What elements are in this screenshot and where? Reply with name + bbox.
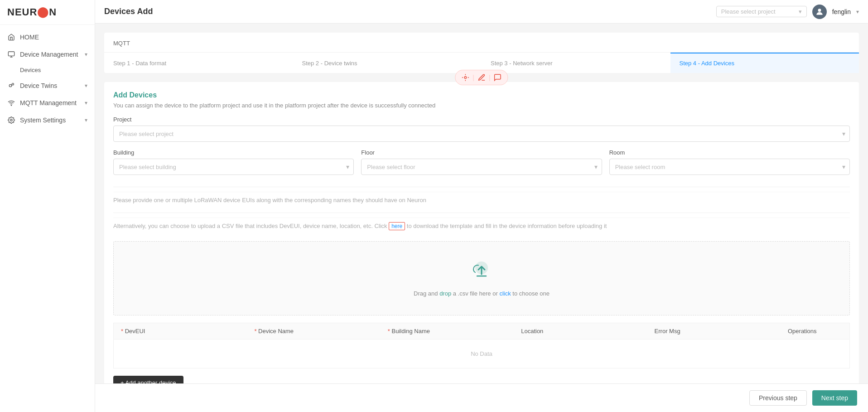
table-body: No Data [113,339,850,368]
floor-select-wrapper: Please select floor [361,159,602,175]
sidebar-item-device-management[interactable]: Device Management ▾ [0,46,95,63]
add-devices-section: Add Devices You can assign the device to… [104,82,859,383]
mqtt-icon [7,99,15,107]
sidebar-item-devices-label: Devices [20,67,41,73]
separator1: | [473,74,474,81]
room-field-group: Room Please select room [609,149,850,175]
info-text-2-after: to download the template and fill in the… [405,223,607,229]
header: Devices Add Please select project ▾ feng… [95,0,868,24]
here-link[interactable]: here [389,222,405,230]
device-management-icon [7,50,15,58]
system-settings-chevron: ▾ [85,117,87,123]
steps-bar: Step 1 - Data format Step 2 - Device twi… [104,52,859,73]
floor-select[interactable]: Please select floor [361,159,602,175]
header-right: Please select project ▾ fenglin ▾ [716,5,859,19]
add-another-device-button[interactable]: + Add another device [113,376,183,383]
project-select-header[interactable]: Please select project ▾ [716,6,807,17]
add-devices-desc: You can assign the device to the platfor… [113,102,850,109]
step-1[interactable]: Step 1 - Data format [104,53,293,73]
upload-text-mid: a .csv file here or [451,290,499,297]
sidebar-item-device-management-label: Device Management [20,51,80,58]
col-location: Location [521,328,651,334]
building-field-group: Building Please select building [113,149,354,175]
project-select[interactable]: Please select project [113,126,850,142]
logo-dot: ⬤ [37,6,49,18]
sidebar-item-system-settings-label: System Settings [20,116,80,124]
device-table: * DevEUI * Device Name * Building Name L… [113,323,850,368]
info-text-1: Please provide one or multiple LoRaWAN d… [113,192,850,208]
svg-point-9 [464,77,467,79]
edit-icon[interactable] [476,72,487,83]
chat-icon[interactable] [492,72,503,83]
floor-label: Floor [361,149,602,156]
upload-area[interactable]: Drag and drop a .csv file here or click … [113,241,850,315]
previous-step-button[interactable]: Previous step [749,390,807,406]
mqtt-label: MQTT [113,40,850,47]
room-label: Room [609,149,850,156]
table-empty-state: No Data [114,339,849,368]
col-error-msg: Error Msg [655,328,784,334]
main-area: Devices Add Please select project ▾ feng… [95,0,868,412]
divider2 [113,213,850,213]
sidebar-item-home[interactable]: HOME [0,29,95,46]
svg-point-3 [9,84,11,87]
step-2[interactable]: Step 2 - Device twins [293,53,482,73]
col-deveui: * DevEUI [121,328,251,334]
room-select-wrapper: Please select room [609,159,850,175]
sidebar-item-device-twins[interactable]: Device Twins ▾ [0,77,95,94]
upload-icon [471,260,492,286]
username: fenglin [832,8,851,15]
home-icon [7,33,15,41]
sidebar-nav: HOME Device Management ▾ Devices Device … [0,25,95,412]
sidebar-item-devices[interactable]: Devices [0,63,95,77]
col-operations: Operations [788,328,842,334]
svg-point-6 [11,105,11,106]
device-twins-icon [7,82,15,90]
sidebar: NEUR⬤N HOME Device Management ▾ Devices … [0,0,95,412]
upload-drop-text: drop [439,290,451,297]
separator2: | [489,74,491,81]
add-devices-title: Add Devices [113,91,850,99]
room-select[interactable]: Please select room [609,159,850,175]
step-4[interactable]: Step 4 - Add Devices [670,53,859,73]
location-row: Building Please select building Floor Pl… [113,149,850,182]
table-header: * DevEUI * Device Name * Building Name L… [113,323,850,339]
sidebar-item-mqtt-label: MQTT Management [20,99,80,107]
sidebar-item-device-twins-label: Device Twins [20,82,80,89]
info-text-2: Alternatively, you can choose to upload … [113,218,850,234]
footer: Previous step Next step [95,383,868,412]
user-dropdown-chevron[interactable]: ▾ [856,9,859,15]
mqtt-chevron: ▾ [85,100,87,106]
building-select-wrapper: Please select building [113,159,354,175]
next-step-button[interactable]: Next step [812,390,857,406]
col-building-name: * Building Name [388,328,517,334]
project-select-wrapper: Please select project [113,126,850,142]
sidebar-item-home-label: HOME [20,34,87,41]
info-text-2-before: Alternatively, you can choose to upload … [113,223,389,229]
upload-text: Drag and drop a .csv file here or click … [414,290,550,297]
project-select-chevron: ▾ [799,8,802,15]
col-device-name: * Device Name [254,328,384,334]
upload-text-before: Drag and [414,290,439,297]
logo-text: NEUR⬤N [7,6,57,18]
sidebar-item-system-settings[interactable]: System Settings ▾ [0,111,95,129]
floor-field-group: Floor Please select floor [361,149,602,175]
project-field-group: Project Please select project [113,116,850,142]
avatar [812,5,827,19]
device-management-chevron: ▾ [85,51,87,58]
system-settings-icon [7,116,15,124]
project-label: Project [113,116,850,123]
upload-text-after: to choose one [511,290,550,297]
sidebar-item-mqtt-management[interactable]: MQTT Management ▾ [0,94,95,111]
ai-icon[interactable] [460,72,471,83]
building-select[interactable]: Please select building [113,159,354,175]
device-twins-chevron: ▾ [85,82,87,89]
wizard-container: MQTT | | Step 1 - Data format [104,33,859,73]
logo: NEUR⬤N [0,0,95,25]
step-3[interactable]: Step 3 - Network server [482,53,670,73]
svg-point-8 [818,9,821,12]
upload-click-text: click [499,290,511,297]
svg-rect-0 [8,52,14,56]
page-title: Devices Add [104,7,153,16]
project-select-placeholder: Please select project [721,8,776,15]
